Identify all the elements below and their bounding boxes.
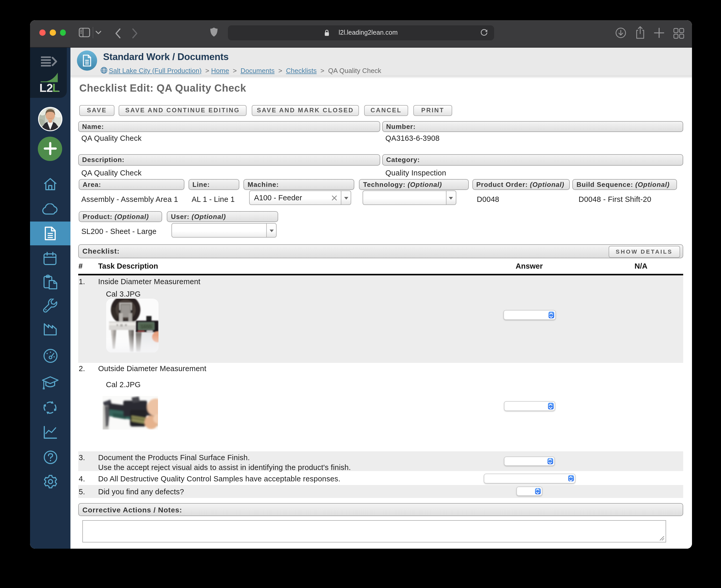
svg-text:L2: L2: [39, 81, 53, 93]
svg-text:1655: 1655: [140, 324, 152, 330]
svg-text:L: L: [52, 81, 59, 93]
